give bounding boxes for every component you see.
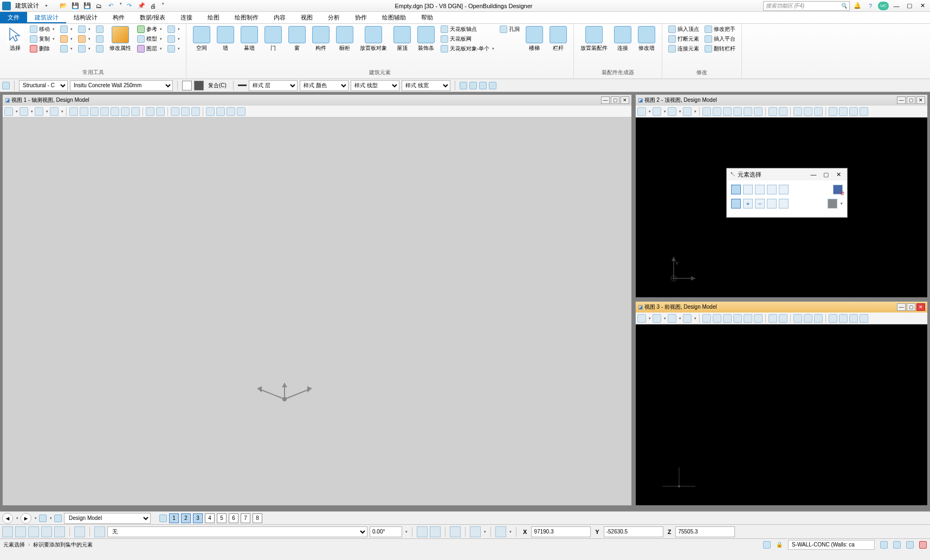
reference-button[interactable]: 参考▾ [135, 25, 164, 34]
compound-label[interactable]: 复合(C) [206, 82, 229, 89]
move-button[interactable]: 移动▾ [28, 25, 56, 34]
modify-handle-button[interactable]: 修改把手 [703, 25, 737, 34]
view-1-minimize[interactable]: — [601, 96, 610, 104]
cabinet-button[interactable]: 橱柜 [334, 25, 356, 53]
select-button[interactable]: 选择 [4, 25, 26, 53]
zoom-window-icon[interactable] [90, 107, 99, 116]
ceiling-axis-button[interactable]: 天花板轴点 [439, 25, 496, 34]
flip-railing-button[interactable]: 翻转栏杆 [703, 44, 737, 53]
hole-button[interactable]: 孔洞 [498, 25, 521, 34]
v3-t1-icon[interactable] [829, 314, 837, 323]
select-mode-all-tool[interactable] [779, 199, 789, 209]
v2-clip1-icon[interactable] [793, 107, 802, 116]
minimize-button[interactable]: — [891, 2, 902, 10]
v3-clip2-icon[interactable] [804, 314, 812, 323]
ribbon-search-input[interactable]: 搜索功能区 (F4) 🔍 [763, 1, 850, 11]
v3-zoomout-icon[interactable] [713, 314, 721, 323]
tab-architecture[interactable]: 建筑设计 [27, 12, 66, 23]
view-3-close[interactable]: ✕ [916, 303, 925, 311]
help-icon[interactable]: ? [865, 2, 876, 10]
tab-drawing[interactable]: 绘图 [200, 12, 227, 23]
style-color-select[interactable]: 样式 颜色 [300, 80, 348, 91]
save-settings-icon[interactable]: 💾 [83, 2, 92, 10]
select-mode-new-tool[interactable] [731, 199, 741, 209]
v2-persp-icon[interactable] [683, 107, 692, 116]
view-tool4-icon[interactable] [237, 107, 246, 116]
view-toggle-2[interactable]: 2 [181, 513, 191, 523]
v2-attr-icon[interactable] [637, 107, 646, 116]
view-toggle-7[interactable]: 7 [241, 513, 250, 523]
mirror-button[interactable]: ▾ [59, 35, 74, 43]
clip-mask-icon[interactable] [191, 107, 200, 116]
view-1-canvas[interactable] [3, 118, 631, 505]
insert-vertex-button[interactable]: 插入顶点 [667, 25, 701, 34]
v3-attr-icon[interactable] [637, 314, 646, 323]
v3-t4-icon[interactable] [860, 314, 868, 323]
walk-icon[interactable] [131, 107, 140, 116]
array-button[interactable]: ▾ [59, 44, 74, 53]
fill-swatch[interactable] [182, 81, 192, 90]
assembly-button[interactable]: 构件 [310, 25, 332, 53]
view-3-maximize[interactable]: ▢ [907, 303, 915, 311]
space-button[interactable]: 空间 [191, 25, 212, 53]
grid4-icon[interactable] [470, 526, 481, 537]
view-toggle-1[interactable]: 1 [169, 513, 179, 523]
view-toggle-4[interactable]: 4 [205, 513, 215, 523]
model-button[interactable]: 模型▾ [135, 35, 164, 43]
view-2-titlebar[interactable]: ◪ 视图 2 - 顶视图, Design Model — ▢ ✕ [636, 95, 927, 106]
view-1-maximize[interactable]: ▢ [611, 96, 619, 104]
stair-button[interactable]: 楼梯 [524, 25, 545, 53]
v2-fit-icon[interactable] [733, 107, 742, 116]
next-view-icon[interactable] [156, 107, 165, 116]
view-toggle-6[interactable]: 6 [229, 513, 238, 523]
zoom-out-icon[interactable] [80, 107, 88, 116]
status-icon-1[interactable] [880, 541, 888, 549]
redo-icon[interactable]: ↷ [125, 2, 134, 10]
view-1-close[interactable]: ✕ [621, 96, 629, 104]
tab-data[interactable]: 数据/报表 [132, 12, 173, 23]
lock1-icon[interactable] [460, 82, 467, 89]
part-select[interactable]: Insitu Concrete Wall 250mm [70, 80, 173, 91]
stretch-button[interactable]: ▾ [76, 35, 92, 43]
acs2-icon[interactable] [15, 526, 26, 537]
wall-button[interactable]: 墙 [215, 25, 236, 53]
view-1-titlebar[interactable]: ◪ 视图 1 - 轴测视图, Design Model — ▢ ✕ [3, 95, 631, 106]
align-button[interactable]: ▾ [76, 44, 92, 53]
select-individual-tool[interactable] [731, 185, 741, 194]
save-icon[interactable]: 💾 [71, 2, 80, 10]
misc3-button[interactable] [94, 44, 105, 53]
view-3-titlebar[interactable]: ◪ 视图 3 - 前视图, Design Model — ▢ ✕ [636, 302, 927, 312]
select-block-tool[interactable] [743, 185, 753, 194]
v3-pan-icon[interactable] [754, 314, 763, 323]
linestyle-icon[interactable] [238, 84, 247, 86]
workflow-dropdown-icon[interactable]: ▼ [44, 4, 48, 8]
dialog-maximize[interactable]: ▢ [821, 170, 831, 179]
railing-button[interactable]: 栏杆 [547, 25, 569, 53]
acs-icon[interactable] [2, 526, 13, 537]
view-3-minimize[interactable]: — [897, 303, 906, 311]
style-line-select[interactable]: 样式 线型 [351, 80, 399, 91]
v3-t2-icon[interactable] [839, 314, 848, 323]
snap-mode-select[interactable]: 无 [107, 526, 367, 537]
pick-icon[interactable] [2, 82, 10, 89]
select-disable-tool[interactable]: ⊘ [833, 185, 843, 194]
floormgr-icon[interactable] [74, 526, 85, 537]
lock3-icon[interactable] [479, 82, 487, 89]
angle-input[interactable] [370, 526, 402, 537]
active-level-field[interactable]: S-WALL-CONC (Walls: ca [788, 540, 875, 550]
v2-t2-icon[interactable] [839, 107, 848, 116]
layer-button[interactable]: 图层▾ [135, 44, 164, 53]
acs5-icon[interactable] [54, 526, 65, 537]
window-button[interactable]: 窗 [286, 25, 308, 53]
modify-wall-button[interactable]: 修改墙 [636, 25, 657, 53]
print-icon[interactable]: 🖨 [149, 2, 158, 10]
nav-forward-button[interactable]: ► [21, 513, 31, 524]
modify-attrs-button[interactable]: 修改属性 [107, 25, 133, 53]
delete-button[interactable]: 删除 [28, 44, 56, 53]
element-selection-dialog[interactable]: ↖ 元素选择 — ▢ ✕ ⊘ + − [726, 168, 848, 218]
tab-connect[interactable]: 连接 [173, 12, 200, 23]
zoom-in-icon[interactable] [69, 107, 78, 116]
v2-pan-icon[interactable] [754, 107, 763, 116]
explorer-icon[interactable]: 🗂 [95, 2, 104, 10]
reference-nav-icon[interactable] [39, 515, 47, 522]
